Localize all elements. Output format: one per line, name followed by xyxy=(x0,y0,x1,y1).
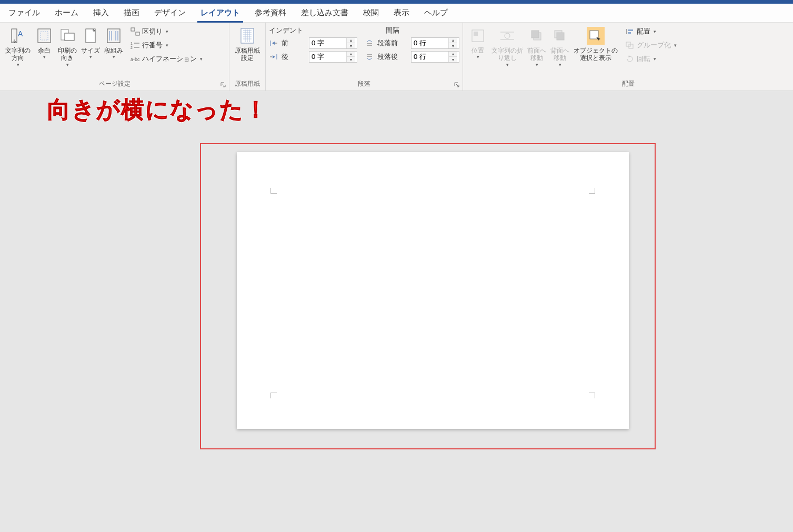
orientation-label: 印刷の 向き xyxy=(58,47,77,62)
caret-icon: ▾ xyxy=(113,54,115,59)
indent-right-label: 後 xyxy=(282,52,306,62)
group-page-setup: A 文字列の 方向 ▾ 余白 ▾ 印刷の 向き ▾ xyxy=(0,23,229,91)
tab-draw[interactable]: 描画 xyxy=(116,4,147,23)
group-label-genko: 原稿用紙 xyxy=(233,78,262,91)
tab-view[interactable]: 表示 xyxy=(386,4,417,23)
document-page[interactable] xyxy=(237,152,629,429)
selection-pane-button[interactable]: オブジェクトの 選択と表示 xyxy=(571,25,620,62)
indent-right-field[interactable]: ▴▾ xyxy=(309,51,357,63)
genko-icon xyxy=(238,27,256,45)
spin-down[interactable]: ▾ xyxy=(449,43,457,48)
paragraph-headers: インデント 間隔 xyxy=(269,26,437,35)
indent-right-input[interactable] xyxy=(309,52,346,62)
page-setup-launcher[interactable] xyxy=(219,81,227,88)
send-backward-icon xyxy=(551,27,569,45)
svg-text:1: 1 xyxy=(131,42,133,45)
group-genko: 原稿用紙 設定 原稿用紙 xyxy=(229,23,266,91)
indent-left-input[interactable] xyxy=(309,38,346,48)
svg-rect-2 xyxy=(38,29,51,43)
space-after-field[interactable]: ▴▾ xyxy=(411,51,459,63)
spin-up[interactable]: ▴ xyxy=(449,52,457,57)
space-after-input[interactable] xyxy=(411,52,448,62)
margin-corner-icon xyxy=(589,391,598,398)
spin-down[interactable]: ▾ xyxy=(449,57,457,62)
columns-icon xyxy=(105,27,123,45)
breaks-label: 区切り xyxy=(142,27,163,36)
spin-up[interactable]: ▴ xyxy=(449,38,457,43)
columns-label: 段組み xyxy=(104,47,123,54)
send-backward-button: 背面へ 移動 ▾ xyxy=(548,25,571,67)
hyphenation-label: ハイフネーション xyxy=(142,54,197,64)
margins-label: 余白 xyxy=(38,47,51,54)
group-button: グループ化 ▾ xyxy=(623,39,681,51)
svg-rect-13 xyxy=(136,32,139,35)
group-label-paragraph: 段落 xyxy=(269,78,459,91)
line-numbers-label: 行番号 xyxy=(142,41,163,50)
line-numbers-button[interactable]: 12 行番号 ▾ xyxy=(128,39,205,51)
caret-icon: ▾ xyxy=(66,62,69,67)
line-numbers-icon: 12 xyxy=(131,41,140,50)
indent-right-icon xyxy=(269,52,278,62)
svg-rect-3 xyxy=(41,32,48,40)
spin-down[interactable]: ▾ xyxy=(347,43,355,48)
margins-button[interactable]: 余白 ▾ xyxy=(33,25,56,59)
wrap-icon xyxy=(498,27,516,45)
spin-down[interactable]: ▾ xyxy=(347,57,355,62)
caret-icon: ▾ xyxy=(559,62,561,67)
svg-text:a-bc: a-bc xyxy=(131,57,140,62)
hyphenation-icon: a-bc xyxy=(131,54,140,64)
svg-rect-41 xyxy=(531,31,539,38)
genko-label: 原稿用紙 設定 xyxy=(235,47,260,62)
tab-mailings[interactable]: 差し込み文書 xyxy=(294,4,356,23)
genko-button[interactable]: 原稿用紙 設定 xyxy=(233,25,262,62)
caret-icon: ▾ xyxy=(166,43,168,48)
align-button[interactable]: 配置 ▾ xyxy=(623,26,681,37)
ribbon-tabs: ファイル ホーム 挿入 描画 デザイン レイアウト 参考資料 差し込み文書 校閲… xyxy=(0,4,793,23)
rotate-label: 回転 xyxy=(637,54,650,64)
hyphenation-button[interactable]: a-bc ハイフネーション ▾ xyxy=(128,53,205,65)
group-obj-label: グループ化 xyxy=(637,41,671,50)
group-label-arrange: 配置 xyxy=(466,78,790,91)
caret-icon: ▾ xyxy=(43,54,46,59)
caret-icon: ▾ xyxy=(89,54,92,59)
position-button: 位置 ▾ xyxy=(466,25,489,59)
tab-review[interactable]: 校閲 xyxy=(356,4,386,23)
caret-icon: ▾ xyxy=(506,62,509,67)
caret-icon: ▾ xyxy=(200,56,203,62)
indent-left-field[interactable]: ▴▾ xyxy=(309,37,357,49)
page-setup-small-stack: 区切り ▾ 12 行番号 ▾ a-bc ハイフネーション ▾ xyxy=(128,25,205,65)
indent-left-label: 前 xyxy=(282,38,306,48)
annotation-text: 向きが横になった！ xyxy=(47,94,268,125)
size-icon xyxy=(82,27,99,45)
rotate-icon xyxy=(625,54,635,64)
tab-file[interactable]: ファイル xyxy=(1,4,47,23)
tab-design[interactable]: デザイン xyxy=(147,4,193,23)
tab-home[interactable]: ホーム xyxy=(47,4,86,23)
space-before-icon xyxy=(365,38,374,48)
spin-up[interactable]: ▴ xyxy=(347,52,355,57)
space-before-field[interactable]: ▴▾ xyxy=(411,37,459,49)
size-button[interactable]: サイズ ▾ xyxy=(79,25,102,59)
space-before-input[interactable] xyxy=(411,38,448,48)
caret-icon: ▾ xyxy=(654,29,656,34)
orientation-icon xyxy=(58,27,76,45)
caret-icon: ▾ xyxy=(674,43,677,48)
wrap-button: 文字列の折 り返し ▾ xyxy=(489,25,525,67)
paragraph-launcher[interactable] xyxy=(453,81,460,88)
selection-pane-icon xyxy=(587,27,605,45)
tab-layout[interactable]: レイアウト xyxy=(193,4,247,23)
size-label: サイズ xyxy=(81,47,100,54)
document-area: 向きが横になった！ xyxy=(0,91,793,532)
text-direction-label: 文字列の 方向 xyxy=(5,47,31,62)
tab-insert[interactable]: 挿入 xyxy=(86,4,116,23)
svg-rect-46 xyxy=(628,29,633,31)
caret-icon: ▾ xyxy=(536,62,538,67)
spin-up[interactable]: ▴ xyxy=(347,38,355,43)
tab-help[interactable]: ヘルプ xyxy=(417,4,455,23)
breaks-button[interactable]: 区切り ▾ xyxy=(128,26,205,37)
orientation-button[interactable]: 印刷の 向き ▾ xyxy=(56,25,79,67)
columns-button[interactable]: 段組み ▾ xyxy=(102,25,125,59)
svg-rect-47 xyxy=(628,32,631,34)
tab-references[interactable]: 参考資料 xyxy=(247,4,294,23)
text-direction-button[interactable]: A 文字列の 方向 ▾ xyxy=(3,25,33,67)
